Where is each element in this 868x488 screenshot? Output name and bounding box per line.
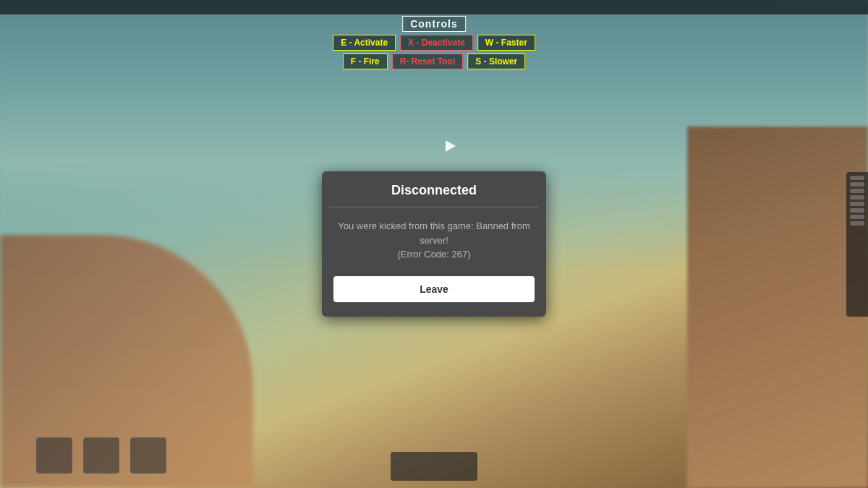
modal-title-bar: Disconnected [322, 171, 546, 207]
bottom-icon-2 [83, 437, 119, 474]
bottom-icon-1 [36, 437, 72, 474]
modal-overlay: Disconnected You were kicked from this g… [0, 0, 868, 488]
disconnected-modal: Disconnected You were kicked from this g… [322, 171, 546, 317]
modal-divider [329, 207, 539, 207]
modal-message-line2: server! [420, 235, 448, 246]
leave-button[interactable]: Leave [333, 276, 535, 302]
modal-message-line3: (Error Code: 267) [397, 249, 470, 260]
bottom-center-panel [391, 452, 477, 481]
modal-message-line1: You were kicked from this game: Banned f… [338, 221, 529, 231]
bottom-icon-3 [130, 437, 166, 474]
modal-message: You were kicked from this game: Banned f… [322, 219, 546, 276]
modal-title: Disconnected [391, 183, 477, 197]
bottom-items [36, 437, 166, 474]
